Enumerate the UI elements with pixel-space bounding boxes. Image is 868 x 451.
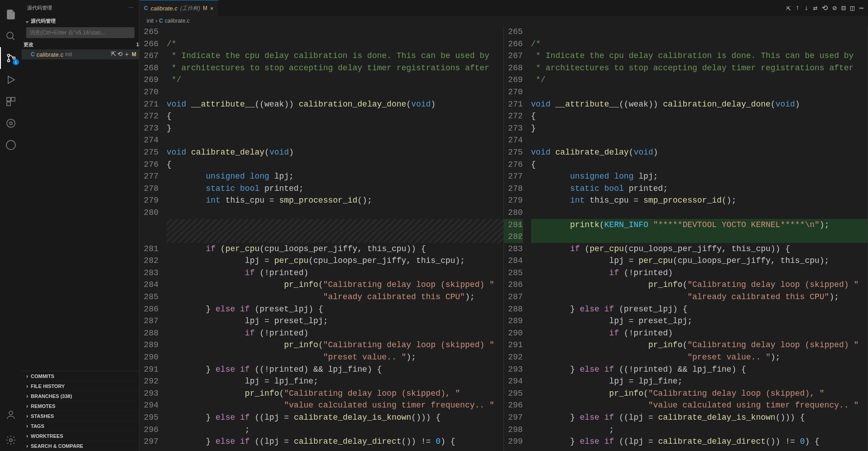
sidebar-section[interactable]: REMOTES [22,401,139,411]
github-icon[interactable] [0,134,22,156]
chevron-right-icon [24,423,31,429]
section-label: TAGS [31,423,44,429]
c-file-icon: C [31,51,35,58]
section-label: BRANCHES (338) [31,393,72,399]
activity-bar: 1 [0,0,22,451]
svg-point-2 [8,54,10,57]
section-label: COMMITS [31,373,54,379]
changes-label: 更改 [24,41,34,48]
svg-point-0 [7,32,13,39]
svg-rect-7 [7,102,10,106]
svg-point-12 [10,439,12,441]
diff-left-pane[interactable]: 2652662672682692702712722732742752762772… [139,26,504,451]
gitlens-icon[interactable] [0,112,22,134]
close-icon[interactable]: × [210,5,214,12]
svg-rect-6 [11,97,15,101]
more-icon[interactable]: ⋯ [859,4,863,13]
refresh-icon[interactable]: ⟲ [822,4,828,13]
section-label: FILE HISTORY [31,383,65,389]
chevron-right-icon [24,413,31,419]
changes-section-header[interactable]: 更改 1 [22,39,139,49]
sidebar-section[interactable]: TAGS [22,421,139,431]
changed-file-row[interactable]: C calibrate.c init ⇱ ⟲ ＋ M [22,49,139,59]
c-file-icon: C [144,5,148,11]
svg-point-3 [8,60,10,62]
sidebar: 源代码管理 ⋯ 源代码管理 更改 1 C calibrate.c init ⇱ … [22,0,139,451]
svg-point-8 [7,119,15,127]
svg-point-9 [10,122,12,125]
chevron-right-icon [24,403,31,409]
split-icon[interactable]: ◫ [850,4,855,13]
discard-icon[interactable]: ⟲ [117,50,123,58]
sidebar-title: 源代码管理 [27,5,52,11]
sidebar-section[interactable]: STASHES [22,411,139,421]
sidebar-section[interactable]: FILE HISTORY [22,381,139,391]
section-label: REMOTES [31,403,55,409]
chevron-right-icon [24,443,31,449]
right-code[interactable]: /* * Indicate the cpu delay calibration … [531,26,868,451]
left-code[interactable]: /* * Indicate the cpu delay calibration … [167,26,504,451]
diff-right-pane[interactable]: 2652662672682692702712722732742752762772… [504,26,868,451]
gitlens-sections: COMMITSFILE HISTORYBRANCHES (338)REMOTES… [22,371,139,451]
accounts-icon[interactable] [0,404,22,426]
chevron-right-icon [24,393,31,399]
svg-line-1 [12,38,14,40]
sidebar-section[interactable]: COMMITS [22,371,139,381]
sidebar-section[interactable]: WORKTREES [22,431,139,441]
breadcrumbs[interactable]: init › C calibrate.c [139,16,868,26]
editor-actions: ⇱ ↑ ↓ ⇄ ⟲ ⊘ ⊟ ◫ ⋯ [786,0,868,16]
section-label: WORKTREES [31,433,63,439]
svg-point-11 [9,411,13,415]
collapse-icon[interactable]: ⊟ [841,4,846,13]
file-dir: init [65,51,72,58]
next-change-icon[interactable]: ↓ [804,4,809,12]
commit-message-input[interactable] [26,27,134,38]
toggle-whitespace-icon[interactable]: ⊘ [832,4,837,13]
tab-bar: C calibrate.c (工作树) M × ⇱ ↑ ↓ ⇄ ⟲ ⊘ ⊟ ◫ … [139,0,868,16]
breadcrumb-item[interactable]: init [147,18,153,24]
repo-label: 源代码管理 [31,18,56,24]
explorer-icon[interactable] [0,4,22,25]
tab-label: calibrate.c [151,5,177,12]
prev-change-icon[interactable]: ↑ [796,4,800,12]
breadcrumb-item[interactable]: calibrate.c [165,18,190,24]
section-label: SEARCH & COMPARE [31,443,83,449]
editor-area: C calibrate.c (工作树) M × ⇱ ↑ ↓ ⇄ ⟲ ⊘ ⊟ ◫ … [139,0,868,451]
source-control-icon[interactable]: 1 [0,47,22,69]
section-label: STASHES [31,413,54,419]
diff-view: 2652662672682692702712722732742752762772… [139,26,868,451]
sidebar-title-row: 源代码管理 ⋯ [22,0,139,16]
file-status: M [132,51,136,58]
tab-calibrate[interactable]: C calibrate.c (工作树) M × [139,0,219,16]
file-name: calibrate.c [37,51,63,58]
svg-point-10 [6,141,15,150]
sidebar-more-icon[interactable]: ⋯ [129,5,134,11]
chevron-right-icon [24,383,31,389]
swap-icon[interactable]: ⇄ [813,4,818,13]
chevron-right-icon [24,373,31,379]
go-to-file-icon[interactable]: ⇱ [786,4,791,13]
svg-rect-5 [7,97,10,101]
tab-suffix: (工作树) [180,5,200,12]
open-file-icon[interactable]: ⇱ [111,50,116,58]
sidebar-section[interactable]: BRANCHES (338) [22,391,139,401]
settings-gear-icon[interactable] [0,429,22,451]
chevron-right-icon [24,433,31,439]
stage-icon[interactable]: ＋ [124,50,130,58]
chevron-down-icon [24,18,31,24]
repo-section-header[interactable]: 源代码管理 [22,16,139,26]
changes-count-badge: 1 [136,42,139,47]
extensions-icon[interactable] [0,91,22,112]
left-gutter: 2652662672682692702712722732742752762772… [139,26,167,451]
tab-status: M [203,5,207,11]
right-gutter: 2652662672682692702712722732742752762772… [504,26,531,451]
run-debug-icon[interactable] [0,69,22,91]
search-icon[interactable] [0,25,22,47]
c-file-icon: C [159,18,163,24]
scm-badge: 1 [13,59,19,65]
sidebar-section[interactable]: SEARCH & COMPARE [22,441,139,451]
